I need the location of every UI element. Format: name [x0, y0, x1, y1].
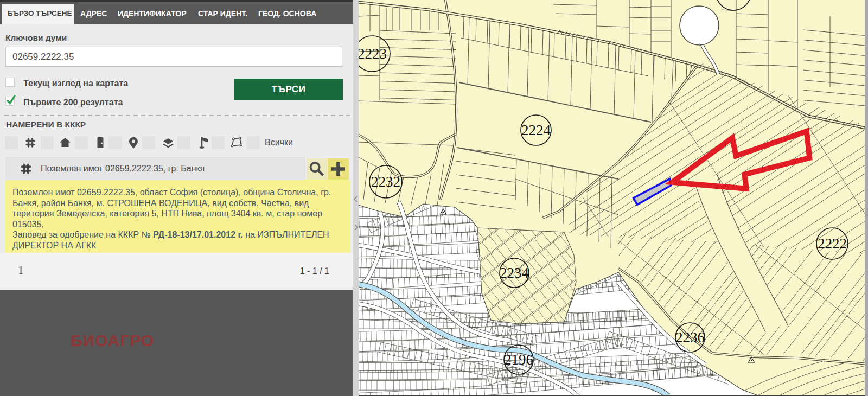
- svg-text:2223: 2223: [359, 46, 387, 62]
- svg-text:2232: 2232: [371, 174, 400, 190]
- svg-text:2196: 2196: [504, 352, 533, 368]
- svg-text:2236: 2236: [675, 329, 705, 346]
- svg-text:2222: 2222: [818, 235, 847, 252]
- svg-text:2224: 2224: [521, 122, 551, 138]
- svg-text:2234: 2234: [500, 265, 529, 281]
